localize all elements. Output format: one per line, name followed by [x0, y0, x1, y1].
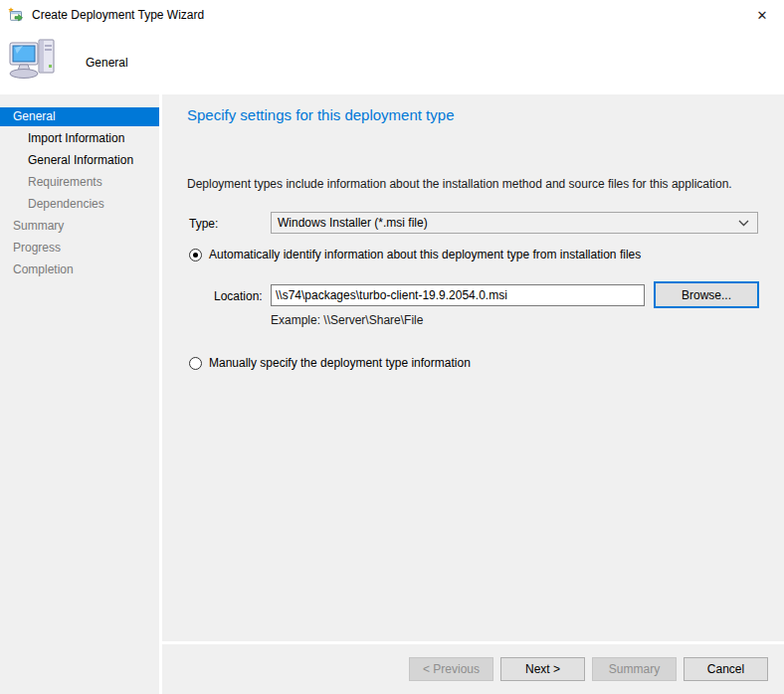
wizard-banner: General — [0, 30, 784, 94]
footer-button-bar: < Previous Next > Summary Cancel — [162, 644, 784, 694]
window-title: Create Deployment Type Wizard — [32, 8, 204, 22]
chevron-down-icon — [738, 220, 749, 227]
radio-unselected-icon[interactable] — [189, 357, 202, 370]
sidebar-item-general[interactable]: General — [0, 107, 159, 126]
page-title: Specify settings for this deployment typ… — [187, 106, 454, 123]
manual-specify-radio-label: Manually specify the deployment type inf… — [209, 356, 471, 370]
main-area: General Import Information General Infor… — [0, 94, 784, 694]
cancel-button[interactable]: Cancel — [684, 657, 768, 681]
sidebar-item-completion: Completion — [0, 260, 159, 279]
type-select-value: Windows Installer (*.msi file) — [278, 216, 738, 230]
sidebar-item-requirements: Requirements — [0, 173, 159, 192]
type-select[interactable]: Windows Installer (*.msi file) — [271, 212, 758, 234]
location-example-hint: Example: \\Server\Share\File — [271, 313, 423, 327]
wizard-window-icon — [8, 7, 24, 23]
page-description: Deployment types include information abo… — [187, 177, 732, 191]
computer-icon — [8, 36, 60, 88]
banner-page-label: General — [86, 56, 128, 70]
auto-identify-radio-label: Automatically identify information about… — [209, 248, 641, 261]
type-label: Type: — [189, 217, 218, 231]
location-label: Location: — [214, 289, 263, 303]
title-bar: Create Deployment Type Wizard ✕ — [0, 0, 784, 30]
radio-selected-icon[interactable] — [189, 249, 202, 261]
sidebar-item-general-information[interactable]: General Information — [0, 151, 159, 170]
summary-button: Summary — [592, 657, 677, 681]
sidebar-item-dependencies: Dependencies — [0, 195, 159, 214]
close-icon[interactable]: ✕ — [740, 0, 784, 30]
sidebar-item-progress: Progress — [0, 239, 159, 258]
auto-identify-radio[interactable]: Automatically identify information about… — [189, 248, 641, 261]
wizard-page-content: Specify settings for this deployment typ… — [162, 94, 784, 641]
browse-button[interactable]: Browse... — [654, 281, 759, 308]
previous-button: < Previous — [409, 657, 493, 681]
location-input[interactable] — [271, 284, 645, 306]
sidebar-item-import-information[interactable]: Import Information — [0, 129, 159, 148]
manual-specify-radio[interactable]: Manually specify the deployment type inf… — [189, 356, 471, 370]
sidebar-item-summary: Summary — [0, 217, 159, 236]
wizard-window: Create Deployment Type Wizard ✕ General … — [0, 0, 784, 694]
next-button[interactable]: Next > — [500, 657, 585, 681]
wizard-steps-sidebar: General Import Information General Infor… — [0, 94, 159, 694]
